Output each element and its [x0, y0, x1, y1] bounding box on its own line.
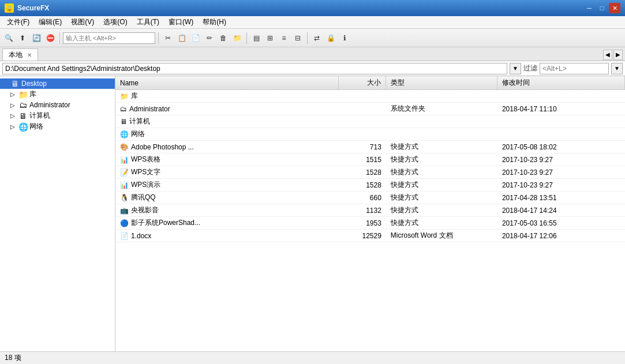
close-button[interactable]: ✕	[609, 3, 620, 13]
tree-item-desktop[interactable]: 🖥 Desktop	[0, 78, 115, 89]
local-tab[interactable]: 本地 ✕	[2, 48, 38, 61]
path-dropdown[interactable]: ▼	[510, 63, 521, 74]
col-modified[interactable]: 修改时间	[497, 76, 625, 90]
file-name-cell: 🐧腾讯QQ	[115, 192, 338, 204]
toolbar-btn-info[interactable]: ℹ	[338, 32, 351, 44]
toolbar-btn-connect[interactable]: 🔒	[324, 32, 337, 44]
toolbar-btn-sync[interactable]: ⇄	[310, 32, 323, 44]
table-row[interactable]: 🔵影子系统PowerShad... 1953 快捷方式 2017-05-03 1…	[115, 217, 625, 230]
toolbar-btn-newfolder[interactable]: 📁	[231, 32, 244, 44]
toolbar-btn-paste[interactable]: 📄	[189, 32, 202, 44]
tree-label-computer: 计算机	[29, 111, 50, 121]
menu-window[interactable]: 窗口(W)	[164, 16, 198, 28]
toolbar-btn-1[interactable]: 🔍	[2, 32, 15, 44]
col-type[interactable]: 类型	[386, 76, 497, 90]
menu-help[interactable]: 帮助(H)	[198, 16, 231, 28]
file-icon: 📊	[120, 181, 129, 189]
table-row[interactable]: 📁库	[115, 90, 625, 103]
file-icon: 🗂	[120, 105, 127, 113]
file-type-cell	[386, 115, 497, 128]
desktop-folder-icon: 🖥	[10, 79, 20, 88]
expand-icon-network[interactable]: ▷	[10, 123, 18, 130]
toolbar-sep-4	[307, 32, 308, 44]
file-modified-cell: 2017-05-08 18:02	[497, 141, 625, 153]
table-row[interactable]: 🖥计算机	[115, 115, 625, 128]
menu-view[interactable]: 视图(V)	[66, 16, 99, 28]
maximize-button[interactable]: □	[596, 3, 608, 13]
file-icon: 📄	[120, 232, 129, 240]
file-panel: Name 大小 类型 修改时间 📁库 🗂Administrator 系统文件夹 …	[115, 76, 625, 351]
table-row[interactable]: 🗂Administrator 系统文件夹 2018-04-17 11:10	[115, 103, 625, 115]
minimize-button[interactable]: ─	[583, 3, 595, 13]
file-name-cell: 📺央视影音	[115, 204, 338, 217]
menu-tools[interactable]: 工具(T)	[132, 16, 164, 28]
tree-item-computer[interactable]: ▷ 🖥 计算机	[0, 110, 115, 121]
toolbar-btn-delete[interactable]: 🗑	[217, 32, 230, 44]
file-name-cell: 📝WPS文字	[115, 166, 338, 179]
tab-nav-left[interactable]: ◀	[603, 50, 612, 60]
table-row[interactable]: 🌐网络	[115, 128, 625, 141]
col-size[interactable]: 大小	[338, 76, 386, 90]
tab-nav: ◀ ▶	[603, 50, 623, 60]
toolbar-sep-3	[246, 32, 247, 44]
file-modified-cell	[497, 90, 625, 103]
path-input[interactable]	[2, 63, 507, 74]
file-modified-cell	[497, 128, 625, 141]
toolbar-btn-view3[interactable]: ≡	[278, 32, 290, 44]
status-bar: 18 项	[0, 351, 625, 364]
toolbar-btn-2[interactable]: ⬆	[16, 32, 29, 44]
file-type-cell: 快捷方式	[386, 204, 497, 217]
file-icon: 📝	[120, 168, 129, 177]
table-row[interactable]: 🐧腾讯QQ 660 快捷方式 2017-04-28 13:51	[115, 192, 625, 204]
file-icon: 🌐	[120, 130, 129, 138]
file-size-cell	[338, 103, 386, 115]
menu-options[interactable]: 选项(O)	[99, 16, 132, 28]
table-row[interactable]: 📊WPS演示 1528 快捷方式 2017-10-23 9:27	[115, 179, 625, 192]
file-icon: 🔵	[120, 219, 129, 227]
file-size-cell: 12529	[338, 230, 386, 242]
toolbar-btn-3[interactable]: 🔄	[30, 32, 43, 44]
filter-dropdown[interactable]: ▼	[611, 63, 623, 74]
tree-item-network[interactable]: ▷ 🌐 网络	[0, 121, 115, 132]
file-size-cell: 713	[338, 141, 386, 153]
tab-close-icon[interactable]: ✕	[27, 52, 32, 58]
col-name[interactable]: Name	[115, 76, 338, 90]
file-icon: 🎨	[120, 143, 129, 151]
file-icon: 📊	[120, 156, 129, 164]
tree-item-library[interactable]: ▷ 📁 库	[0, 89, 115, 100]
toolbar-btn-copy[interactable]: 📋	[175, 32, 188, 44]
toolbar-sep-1	[59, 32, 60, 44]
expand-icon-computer[interactable]: ▷	[10, 112, 18, 119]
app-icon: 🔒	[5, 3, 14, 13]
table-row[interactable]: 📊WPS表格 1515 快捷方式 2017-10-23 9:27	[115, 153, 625, 166]
file-name-cell: 📄1.docx	[115, 230, 338, 242]
file-size-cell: 1528	[338, 166, 386, 179]
computer-icon: 🖥	[18, 111, 28, 121]
table-row[interactable]: 📺央视影音 1132 快捷方式 2018-04-17 14:24	[115, 204, 625, 217]
menu-edit[interactable]: 编辑(E)	[34, 16, 66, 28]
toolbar-btn-rename[interactable]: ✏	[203, 32, 216, 44]
table-row[interactable]: 🎨Adobe Photoshop ... 713 快捷方式 2017-05-08…	[115, 141, 625, 153]
file-name-cell: 🖥计算机	[115, 115, 338, 128]
toolbar-btn-cut[interactable]: ✂	[162, 32, 174, 44]
toolbar-btn-view1[interactable]: ▤	[250, 32, 263, 44]
table-row[interactable]: 📝WPS文字 1528 快捷方式 2017-10-23 9:27	[115, 166, 625, 179]
file-size-cell	[338, 115, 386, 128]
host-input[interactable]	[63, 32, 155, 44]
expand-icon-library[interactable]: ▷	[10, 91, 18, 97]
filter-input[interactable]	[540, 63, 609, 74]
toolbar-btn-4[interactable]: ⛔	[44, 32, 57, 44]
tab-nav-right[interactable]: ▶	[613, 50, 623, 60]
toolbar-btn-view4[interactable]: ⊟	[291, 32, 304, 44]
file-name-cell: 📁库	[115, 90, 338, 103]
file-icon: 🐧	[120, 194, 129, 202]
menu-file[interactable]: 文件(F)	[2, 16, 34, 28]
file-name-cell: 🔵影子系统PowerShad...	[115, 217, 338, 230]
expand-icon-admin[interactable]: ▷	[10, 102, 18, 108]
library-folder-icon: 📁	[18, 90, 28, 99]
title-bar-controls: ─ □ ✕	[583, 3, 620, 13]
tree-item-admin[interactable]: ▷ 🗂 Administrator	[0, 100, 115, 110]
file-size-cell: 1953	[338, 217, 386, 230]
table-row[interactable]: 📄1.docx 12529 Microsoft Word 文档 2018-04-…	[115, 230, 625, 242]
toolbar-btn-view2[interactable]: ⊞	[264, 32, 276, 44]
